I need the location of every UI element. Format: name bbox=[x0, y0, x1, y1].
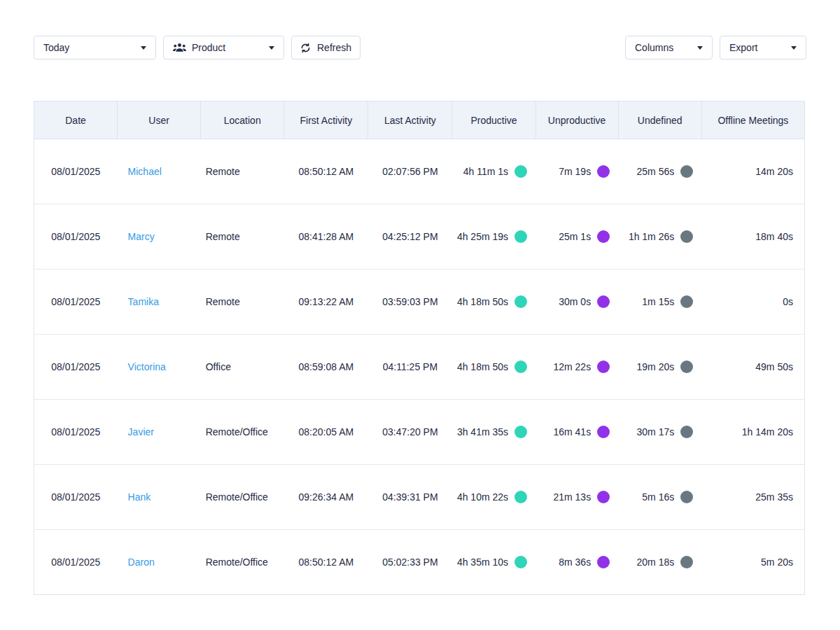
chevron-down-icon bbox=[269, 46, 274, 50]
table-row: 08/01/2025 Victorina Office 08:59:08 AM … bbox=[34, 335, 805, 400]
cell-last-activity: 05:02:33 PM bbox=[368, 530, 452, 595]
cell-productive: 4h 18m 50s bbox=[452, 335, 536, 400]
cell-last-activity: 04:11:25 PM bbox=[368, 335, 452, 400]
undefined-dot bbox=[680, 491, 693, 503]
group-by-dropdown[interactable]: Product bbox=[163, 36, 284, 59]
undefined-dot bbox=[680, 230, 693, 243]
table-header: Date User Location First Activity Last A… bbox=[34, 102, 805, 139]
unproductive-dot bbox=[597, 230, 610, 243]
users-group-icon bbox=[173, 43, 186, 52]
column-header-location: Location bbox=[201, 102, 284, 139]
undefined-dot bbox=[680, 165, 693, 178]
table-row: 08/01/2025 Marcy Remote 08:41:28 AM 04:2… bbox=[34, 204, 805, 270]
cell-undefined: 19m 20s bbox=[618, 335, 701, 400]
cell-undefined: 25m 56s bbox=[618, 139, 701, 204]
unproductive-dot bbox=[597, 295, 610, 308]
cell-offline-meetings: 0s bbox=[701, 270, 804, 335]
table-row: 08/01/2025 Michael Remote 08:50:12 AM 02… bbox=[34, 139, 805, 204]
productive-dot bbox=[514, 295, 527, 308]
cell-unproductive: 25m 1s bbox=[536, 204, 618, 270]
undefined-dot bbox=[680, 295, 693, 308]
unproductive-dot bbox=[597, 360, 610, 373]
column-header-first-activity: First Activity bbox=[284, 102, 368, 139]
cell-undefined: 1m 15s bbox=[618, 270, 701, 335]
undefined-dot bbox=[680, 426, 693, 438]
column-header-last-activity: Last Activity bbox=[368, 102, 452, 139]
cell-offline-meetings: 1h 14m 20s bbox=[701, 400, 804, 465]
cell-location: Remote/Office bbox=[201, 400, 284, 465]
cell-first-activity: 08:50:12 AM bbox=[284, 139, 368, 204]
cell-offline-meetings: 49m 50s bbox=[701, 335, 804, 400]
cell-last-activity: 04:25:12 PM bbox=[368, 204, 452, 270]
group-by-value: Product bbox=[192, 42, 225, 53]
cell-date: 08/01/2025 bbox=[34, 400, 118, 465]
cell-unproductive: 30m 0s bbox=[536, 270, 618, 335]
cell-first-activity: 08:50:12 AM bbox=[284, 530, 368, 595]
cell-date: 08/01/2025 bbox=[34, 270, 118, 335]
user-link[interactable]: Tamika bbox=[128, 296, 159, 307]
column-header-undefined: Undefined bbox=[618, 102, 701, 139]
table-body: 08/01/2025 Michael Remote 08:50:12 AM 02… bbox=[34, 139, 805, 595]
export-label: Export bbox=[729, 42, 757, 53]
column-header-date: Date bbox=[34, 102, 118, 139]
column-header-unproductive: Unproductive bbox=[536, 102, 618, 139]
chevron-down-icon bbox=[697, 46, 703, 50]
user-link[interactable]: Javier bbox=[128, 426, 154, 438]
cell-user: Hank bbox=[118, 465, 201, 530]
cell-undefined: 30m 17s bbox=[618, 400, 701, 465]
cell-productive: 3h 41m 35s bbox=[452, 400, 536, 465]
user-link[interactable]: Marcy bbox=[128, 231, 155, 242]
column-header-user: User bbox=[118, 102, 201, 139]
cell-unproductive: 21m 13s bbox=[536, 465, 618, 530]
cell-offline-meetings: 18m 40s bbox=[701, 204, 804, 270]
refresh-icon bbox=[300, 43, 311, 53]
chevron-down-icon bbox=[791, 46, 797, 50]
cell-location: Remote/Office bbox=[201, 530, 284, 595]
chevron-down-icon bbox=[141, 46, 146, 50]
undefined-dot bbox=[680, 360, 693, 373]
cell-location: Office bbox=[201, 335, 284, 400]
date-range-dropdown[interactable]: Today bbox=[34, 36, 156, 59]
user-link[interactable]: Hank bbox=[128, 491, 151, 503]
productive-dot bbox=[514, 230, 527, 243]
cell-user: Marcy bbox=[118, 204, 201, 270]
cell-date: 08/01/2025 bbox=[34, 139, 118, 204]
productive-dot bbox=[514, 491, 527, 503]
refresh-label: Refresh bbox=[317, 42, 351, 53]
cell-undefined: 1h 1m 26s bbox=[618, 204, 701, 270]
cell-first-activity: 09:13:22 AM bbox=[284, 270, 368, 335]
user-link[interactable]: Michael bbox=[128, 166, 162, 177]
cell-offline-meetings: 14m 20s bbox=[701, 139, 804, 204]
productive-dot bbox=[514, 360, 527, 373]
unproductive-dot bbox=[597, 491, 610, 503]
cell-productive: 4h 10m 22s bbox=[452, 465, 536, 530]
cell-offline-meetings: 5m 20s bbox=[701, 530, 804, 595]
columns-dropdown[interactable]: Columns bbox=[625, 36, 713, 59]
table-row: 08/01/2025 Javier Remote/Office 08:20:05… bbox=[34, 400, 805, 465]
user-link[interactable]: Victorina bbox=[128, 361, 166, 372]
unproductive-dot bbox=[597, 556, 610, 568]
cell-first-activity: 08:41:28 AM bbox=[284, 204, 368, 270]
activity-table-container: Date User Location First Activity Last A… bbox=[34, 101, 806, 595]
productive-dot bbox=[514, 426, 527, 438]
cell-last-activity: 03:47:20 PM bbox=[368, 400, 452, 465]
column-header-offline-meetings: Offline Meetings bbox=[701, 102, 804, 139]
undefined-dot bbox=[680, 556, 693, 568]
cell-unproductive: 16m 41s bbox=[536, 400, 618, 465]
cell-last-activity: 04:39:31 PM bbox=[368, 465, 452, 530]
cell-date: 08/01/2025 bbox=[34, 335, 118, 400]
column-header-productive: Productive bbox=[452, 102, 536, 139]
export-dropdown[interactable]: Export bbox=[720, 36, 806, 59]
refresh-button[interactable]: Refresh bbox=[291, 36, 360, 59]
cell-user: Daron bbox=[118, 530, 201, 595]
unproductive-dot bbox=[597, 426, 610, 438]
cell-location: Remote/Office bbox=[201, 465, 284, 530]
columns-label: Columns bbox=[635, 42, 673, 53]
cell-undefined: 20m 18s bbox=[618, 530, 701, 595]
cell-location: Remote bbox=[201, 204, 284, 270]
cell-offline-meetings: 25m 35s bbox=[701, 465, 804, 530]
cell-date: 08/01/2025 bbox=[34, 530, 118, 595]
cell-location: Remote bbox=[201, 139, 284, 204]
user-link[interactable]: Daron bbox=[128, 556, 155, 568]
cell-last-activity: 02:07:56 PM bbox=[368, 139, 452, 204]
